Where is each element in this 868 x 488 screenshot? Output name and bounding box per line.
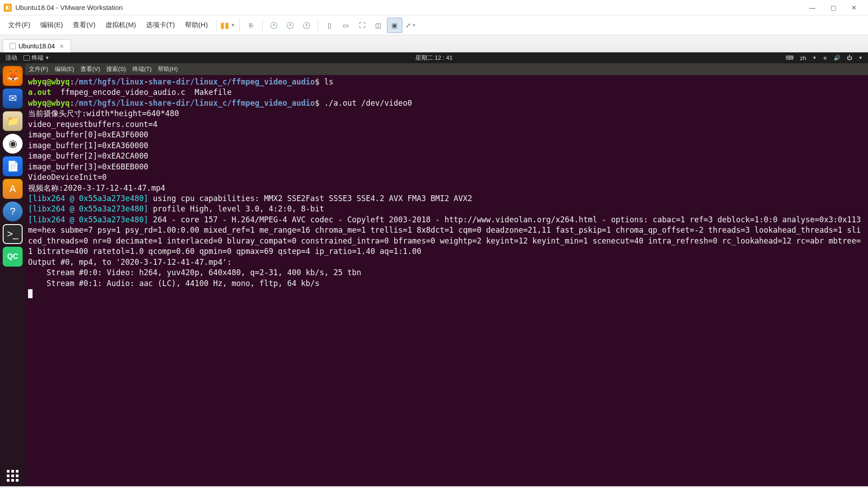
snapshot-icon[interactable]: 🕐 [266,18,282,33]
ls-aout: a.out [28,88,51,97]
out-line: image_buffer[0]=0xEA3F6000 [28,130,148,139]
view-split-icon[interactable]: ▭ [338,18,354,33]
chevron-down-icon: ▼ [812,56,816,60]
menu-vm[interactable]: 虚拟机(M) [101,18,141,32]
volume-icon[interactable]: 🔊 [834,55,840,61]
libx-line: 264 - core 157 - H.264/MPEG-4 AVC codec … [28,215,866,256]
files-icon[interactable]: 📁 [3,111,23,131]
cmd-ls: ls [324,77,333,86]
qtcreator-icon[interactable]: QC [3,247,23,267]
term-menu-edit[interactable]: 编辑(E) [55,65,74,73]
prompt-path: /mnt/hgfs/linux-share-dir/linux_c/ffmpeg… [74,77,315,86]
cmd-run: ./a.out /dev/video0 [324,99,412,108]
firefox-icon[interactable]: 🦊 [3,66,23,86]
window-titlebar: ◧ Ubuntu18.04 - VMware Workstation — ▢ ✕ [0,0,868,15]
activities-button[interactable]: 活动 [5,54,17,62]
term-menu-terminal[interactable]: 终端(T) [132,65,152,73]
menu-tabs[interactable]: 选项卡(T) [142,18,179,32]
close-button[interactable]: ✕ [844,1,864,14]
output-line: Stream #0:1: Audio: aac (LC), 44100 Hz, … [28,279,320,288]
ubuntu-dock: 🦊 ✉ 📁 ◉ 📄 A ? >_ QC [0,63,25,486]
out-line: 视频名称:2020-3-17-12-41-47.mp4 [28,183,165,192]
term-menu-help[interactable]: 帮助(H) [158,65,178,73]
prompt-path: /mnt/hgfs/linux-share-dir/linux_c/ffmpeg… [74,99,315,108]
vm-tab-ubuntu[interactable]: Ubuntu18.04 ✕ [3,39,71,52]
vm-tabbar: Ubuntu18.04 ✕ [0,35,868,52]
vmware-statusbar: 要将输入定向到该虚拟机，请将鼠标指针移入其中或按 Ctrl+G。 💾 💿 🖧 ψ… [0,486,868,488]
snapshot-revert-icon[interactable]: 🕐 [283,18,298,33]
suspend-button[interactable]: ▮▮▼ [220,18,236,33]
chevron-down-icon: ▼ [859,56,863,60]
terminal-menubar: 文件(F) 编辑(E) 查看(V) 搜索(S) 终端(T) 帮助(H) [25,63,868,75]
libx264-tag: [libx264 @ 0x55a3a273e480] [28,204,148,213]
vm-tab-icon [9,43,16,49]
prompt-user: wbyq@wbyq [28,77,70,86]
libreoffice-writer-icon[interactable]: 📄 [3,156,23,176]
stretch-icon[interactable]: ⤢▼ [403,18,419,33]
snapshot-manager-icon[interactable]: 🕐 [299,18,314,33]
ubuntu-software-icon[interactable]: A [3,179,23,199]
out-line: image_buffer[1]=0xEA360000 [28,141,148,150]
input-method[interactable]: zh [800,55,806,61]
unity-icon[interactable]: ◫ [371,18,386,33]
power-icon[interactable]: ⏻ [847,55,852,61]
output-line: Stream #0:0: Video: h264, yuv420p, 640x4… [28,268,361,277]
console-view-icon[interactable]: ▣ [387,18,402,33]
out-line: 当前摄像头尺寸:width*height=640*480 [28,109,179,118]
ls-make: Makefile [195,88,232,97]
vmware-menubar: 文件(F) 编辑(E) 查看(V) 虚拟机(M) 选项卡(T) 帮助(H) ▮▮… [0,15,868,35]
terminal-icon[interactable]: >_ [3,224,23,244]
libx264-tag: [libx264 @ 0x55a3a273e480] [28,215,148,224]
libx-line: profile High, level 3.0, 4:2:0, 8-bit [148,204,324,213]
vmware-app-icon: ◧ [4,4,12,12]
terminal-content[interactable]: wbyq@wbyq:/mnt/hgfs/linux-share-dir/linu… [25,75,868,486]
tab-close-icon[interactable]: ✕ [59,43,64,50]
send-ctrl-alt-del-icon[interactable]: ⎘ [243,18,259,33]
keyboard-icon[interactable]: ⌨ [786,55,793,61]
term-menu-search[interactable]: 搜索(S) [106,65,126,73]
out-line: VideoDeviceInit=0 [28,173,107,182]
view-single-icon[interactable]: ▯ [322,18,337,33]
terminal-cursor [28,289,33,298]
vm-display[interactable]: 活动 终端 ▼ 星期二 12 : 41 ⌨ zh ▼ ⚹ 🔊 ⏻ ▼ wbyq@… [0,52,868,486]
active-app-indicator[interactable]: 终端 ▼ [24,54,49,62]
window-title: Ubuntu18.04 - VMware Workstation [15,4,123,11]
fullscreen-icon[interactable]: ⛶ [354,18,370,33]
menu-view[interactable]: 查看(V) [68,18,100,32]
libx264-tag: [libx264 @ 0x55a3a273e480] [28,194,148,203]
rhythmbox-icon[interactable]: ◉ [3,134,23,154]
thunderbird-icon[interactable]: ✉ [3,89,23,108]
vm-tab-label: Ubuntu18.04 [19,42,55,50]
libx-line: using cpu capabilities: MMX2 SSE2Fast SS… [148,194,472,203]
menu-help[interactable]: 帮助(H) [180,18,212,32]
menu-edit[interactable]: 编辑(E) [36,18,67,32]
term-menu-view[interactable]: 查看(V) [80,65,100,73]
output-line: Output #0, mp4, to '2020-3-17-12-41-47.m… [28,258,231,267]
network-icon[interactable]: ⚹ [823,55,827,61]
ls-src: ffmpeg_encode_video_audio.c [61,88,185,97]
gnome-topbar: 活动 终端 ▼ 星期二 12 : 41 ⌨ zh ▼ ⚹ 🔊 ⏻ ▼ [0,52,868,63]
prompt-user: wbyq@wbyq [28,99,70,108]
terminal-small-icon [24,55,30,61]
clock[interactable]: 星期二 12 : 41 [415,54,453,62]
out-line: image_buffer[3]=0xE6BEB000 [28,162,148,171]
help-icon[interactable]: ? [3,202,23,221]
chevron-down-icon: ▼ [45,56,49,60]
menu-file[interactable]: 文件(F) [4,18,35,32]
terminal-window: 文件(F) 编辑(E) 查看(V) 搜索(S) 终端(T) 帮助(H) wbyq… [25,63,868,486]
term-menu-file[interactable]: 文件(F) [29,65,48,73]
maximize-button[interactable]: ▢ [823,1,844,14]
out-line: image_buffer[2]=0xEA2CA000 [28,151,148,160]
active-app-label: 终端 [32,54,43,62]
out-line: video_requestbuffers.count=4 [28,120,158,129]
minimize-button[interactable]: — [802,1,823,14]
show-applications-icon[interactable] [7,470,19,482]
